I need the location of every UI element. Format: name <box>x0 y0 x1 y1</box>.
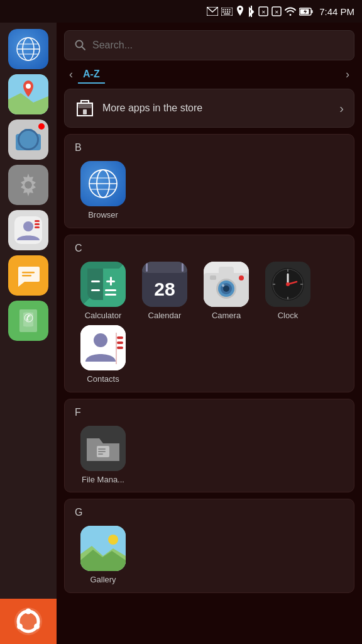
search-container <box>57 23 362 65</box>
svg-rect-2 <box>222 9 224 10</box>
search-bar[interactable] <box>64 30 354 60</box>
store-label: More apps in the store <box>102 103 332 114</box>
app-gallery[interactable]: Gallery <box>75 526 131 585</box>
status-time: 7:44 PM <box>319 6 354 17</box>
sidebar-app-settings[interactable] <box>8 165 48 205</box>
svg-text:28: 28 <box>154 279 175 299</box>
browser-app-icon <box>87 167 119 200</box>
store-icon <box>75 98 95 118</box>
calculator-app-icon <box>87 269 119 300</box>
section-letter-c: C <box>75 243 344 254</box>
svg-point-27 <box>22 136 35 148</box>
store-banner[interactable]: More apps in the store › <box>64 89 354 128</box>
sidebar-app-maps[interactable] <box>8 74 48 114</box>
svg-rect-97 <box>98 451 106 452</box>
svg-point-83 <box>286 282 290 286</box>
svg-rect-92 <box>117 347 123 349</box>
tab-left-arrow[interactable]: ‹ <box>64 65 78 84</box>
mail-icon <box>207 7 218 16</box>
svg-rect-70 <box>219 267 234 275</box>
svg-rect-57 <box>91 280 100 282</box>
svg-rect-5 <box>229 9 231 10</box>
svg-point-28 <box>24 138 33 147</box>
svg-rect-77 <box>210 275 216 280</box>
search-input[interactable] <box>92 40 344 51</box>
contacts-icon-sidebar <box>14 216 42 244</box>
app-camera[interactable]: Camera <box>198 262 255 321</box>
svg-rect-66 <box>146 263 148 272</box>
status-icons: ✕ ✕ <box>207 6 313 17</box>
status-bar: ✕ ✕ 7:44 PM <box>0 0 362 23</box>
svg-rect-67 <box>182 263 184 272</box>
svg-rect-90 <box>117 336 123 339</box>
svg-rect-9 <box>229 11 231 13</box>
sidebar-app-messaging[interactable] <box>8 255 48 296</box>
svg-rect-59 <box>110 277 112 286</box>
app-filemanager[interactable]: File Mana... <box>75 426 131 485</box>
section-g: G Gallery <box>64 499 354 593</box>
ubuntu-button[interactable] <box>0 599 57 644</box>
sidebar-app-browser[interactable] <box>8 29 48 69</box>
app-camera-label: Camera <box>212 311 241 321</box>
svg-rect-26 <box>24 129 33 135</box>
ubuntu-icon <box>13 606 43 636</box>
svg-point-44 <box>17 624 23 630</box>
app-browser-label: Browser <box>88 210 118 220</box>
svg-rect-37 <box>22 272 35 274</box>
app-clock-label: Clock <box>278 311 299 321</box>
svg-rect-62 <box>91 289 100 291</box>
tab-bar: ‹ A-Z › <box>57 65 362 84</box>
apps-grid-b: Browser <box>75 161 344 220</box>
sidebar-app-phone[interactable]: ✆ <box>8 301 48 341</box>
svg-rect-36 <box>35 226 40 228</box>
store-chevron: › <box>339 101 344 116</box>
app-calendar[interactable]: 28 Calendar <box>136 262 193 321</box>
sidebar: ✆ <box>0 23 57 644</box>
svg-point-76 <box>239 275 244 280</box>
calendar-app-icon: 28 <box>142 262 187 307</box>
notification-dot <box>38 123 45 130</box>
app-contacts[interactable]: Contacts <box>75 325 131 384</box>
camera-icon-sidebar <box>16 129 41 150</box>
filemanager-app-icon <box>80 426 126 471</box>
messaging-icon <box>16 263 41 288</box>
tab-right-arrow[interactable]: › <box>341 65 354 84</box>
sidebar-app-camera[interactable] <box>8 119 48 160</box>
svg-rect-61 <box>105 294 116 296</box>
svg-rect-47 <box>83 109 87 114</box>
app-clock[interactable]: Clock <box>260 262 316 321</box>
clock-app-icon <box>266 263 309 306</box>
apps-grid-f: File Mana... <box>75 426 344 485</box>
svg-rect-4 <box>227 9 228 10</box>
svg-rect-93 <box>116 333 117 364</box>
app-browser[interactable]: Browser <box>75 161 131 220</box>
svg-point-100 <box>108 535 118 545</box>
wifi-icon <box>285 7 296 16</box>
section-f: F <box>64 399 354 493</box>
svg-rect-3 <box>225 9 226 10</box>
app-contacts-label: Contacts <box>87 374 119 384</box>
apps-grid-c: Calculator 28 C <box>75 262 344 384</box>
svg-point-31 <box>25 181 32 189</box>
svg-rect-7 <box>225 11 226 13</box>
svg-point-24 <box>26 84 31 89</box>
svg-rect-8 <box>227 11 228 13</box>
svg-rect-98 <box>98 453 103 455</box>
section-c: C <box>64 235 354 392</box>
contacts-app-icon <box>80 325 126 370</box>
svg-point-89 <box>94 333 107 347</box>
app-calculator[interactable]: Calculator <box>75 262 131 321</box>
svg-rect-64 <box>142 262 187 273</box>
apps-grid-g: Gallery <box>75 526 344 585</box>
browser-icon <box>14 35 42 63</box>
location-icon <box>236 6 244 17</box>
main-content: ‹ A-Z › More apps in the store › B <box>57 23 362 644</box>
section-letter-g: G <box>75 507 344 518</box>
phone-icon: ✆ <box>17 308 40 333</box>
app-calculator-label: Calculator <box>85 311 122 321</box>
tab-az[interactable]: A-Z <box>78 66 105 84</box>
sidebar-app-contacts[interactable] <box>8 210 48 250</box>
sim1-icon: ✕ <box>258 6 268 16</box>
svg-rect-91 <box>117 341 123 344</box>
app-filemanager-label: File Mana... <box>82 475 124 485</box>
